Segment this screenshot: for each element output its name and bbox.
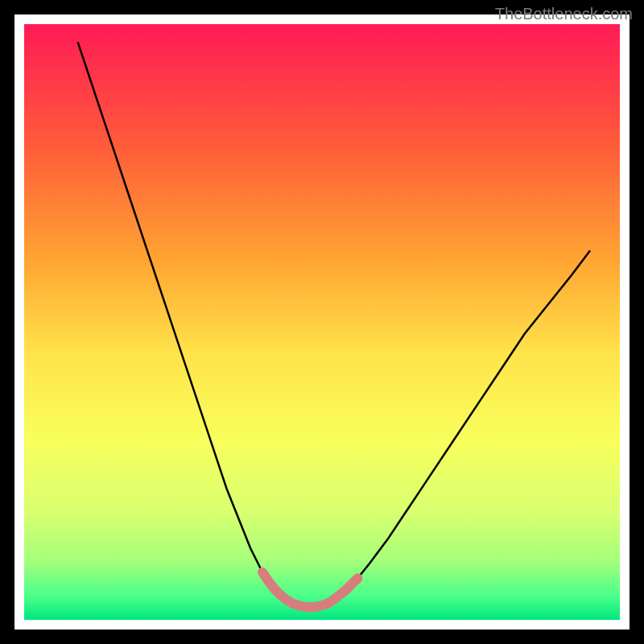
bottleneck-chart — [0, 0, 644, 644]
watermark-text: TheBottleneck.com — [495, 5, 633, 23]
plot-background — [24, 24, 620, 620]
